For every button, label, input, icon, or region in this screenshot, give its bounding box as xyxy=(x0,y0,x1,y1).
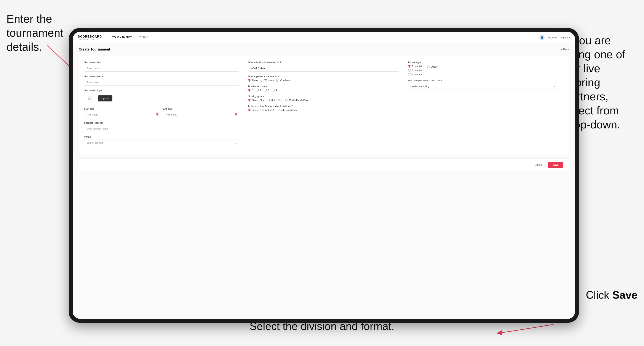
format-options-left: 5 count 4 6 count 4 6 count 5 xyxy=(408,65,422,76)
end-date-wrap: 📅 xyxy=(163,111,239,118)
division-label: Which division is the event for? xyxy=(248,61,399,64)
main-content: Create Tournament Back Tournament Host ⌄ xyxy=(73,43,575,319)
rounds-3[interactable]: 3 xyxy=(264,89,269,92)
select-arrow-icon: ⌄ xyxy=(556,85,558,88)
nav-links: TOURNAMENTS TEAMS xyxy=(109,35,152,40)
format-6count4[interactable]: 6 count 4 xyxy=(408,69,422,72)
end-date-label: End date xyxy=(163,108,239,110)
scoring-stroke[interactable]: Stroke Play xyxy=(248,99,264,101)
format-other[interactable]: Other xyxy=(427,65,437,68)
venue-label: Venue xyxy=(84,136,239,138)
format-5count4[interactable]: 5 count 4 xyxy=(408,65,422,68)
event-individuals[interactable]: Individuals Only xyxy=(277,109,298,111)
scoring-radio-group: Stroke Play Match Play Medal Match Play xyxy=(248,99,399,101)
live-scoring-label: Use third-party live scoring API? xyxy=(408,79,559,82)
host-group: Tournament Host ⌄ xyxy=(84,61,239,72)
sponsor-input[interactable] xyxy=(84,125,239,132)
division-arrow-icon: ⌄ xyxy=(396,67,398,70)
upload-button[interactable]: Upload xyxy=(98,95,112,101)
host-input-wrap: ⌄ xyxy=(84,65,239,72)
form-col-3: Format type 5 count 4 6 count 4 xyxy=(404,61,564,150)
rounds-label: Number of rounds xyxy=(248,85,399,88)
gender-combined[interactable]: Combined xyxy=(276,79,291,82)
end-date-input[interactable] xyxy=(163,111,239,118)
tournament-name-label: Tournament name xyxy=(84,75,239,78)
rounds-2[interactable]: 2 xyxy=(256,89,261,92)
logo-label: Tournament logo xyxy=(84,89,239,92)
logo-placeholder: 🖼 xyxy=(84,93,95,104)
venue-input-wrap: ⌄ xyxy=(84,139,239,146)
logo-upload-area: 🖼 Upload xyxy=(84,93,239,104)
scoring-match[interactable]: Match Play xyxy=(267,99,282,101)
format-type-group: Format type 5 count 4 6 count 4 xyxy=(408,61,559,76)
start-date-label: Start date xyxy=(84,108,160,110)
event-type-radio-group: Teams (+Individuals) Individuals Only xyxy=(248,109,399,111)
live-scoring-input[interactable] xyxy=(408,83,559,90)
start-date-input[interactable] xyxy=(84,111,160,118)
back-link[interactable]: Back xyxy=(561,48,569,51)
venue-search-icon: ⌄ xyxy=(236,141,238,144)
venue-input[interactable] xyxy=(84,139,239,146)
gender-womens[interactable]: Womens xyxy=(260,79,274,82)
tablet-screen: SCOREBOARD Powered by clippit TOURNAMENT… xyxy=(73,32,575,319)
start-date-group: Start date 📅 xyxy=(84,108,160,118)
page-header: Create Tournament Back xyxy=(79,47,569,51)
scoring-group: Scoring system Stroke Play Match Play xyxy=(248,95,399,101)
gender-mens[interactable]: Mens xyxy=(248,79,258,82)
save-button[interactable]: Save xyxy=(548,162,563,168)
format-6count5[interactable]: 6 count 5 xyxy=(408,73,422,76)
date-row: Start date 📅 End date 📅 xyxy=(84,108,239,118)
user-avatar: 👤 xyxy=(539,35,544,40)
event-teams[interactable]: Teams (+Individuals) xyxy=(248,109,274,111)
division-group: Which division is the event for? NCAA Di… xyxy=(248,61,399,72)
rounds-4[interactable]: 4 xyxy=(272,89,277,92)
nav-link-teams[interactable]: TEAMS xyxy=(136,35,152,40)
form-footer: Cancel Save xyxy=(79,159,569,171)
event-type-label: Is this event for Teams and/or Individua… xyxy=(248,105,399,108)
format-type-label: Format type xyxy=(408,61,559,64)
rounds-radio-group: 1 2 3 4 xyxy=(248,89,399,92)
live-scoring-select-wrap: ✕ ⌄ xyxy=(408,83,559,90)
gender-label: Which gender is the event for? xyxy=(248,75,399,78)
cancel-button[interactable]: Cancel xyxy=(531,162,546,168)
logo-group: Tournament logo 🖼 Upload xyxy=(84,89,239,104)
navbar: SCOREBOARD Powered by clippit TOURNAMENT… xyxy=(73,32,575,43)
start-date-wrap: 📅 xyxy=(84,111,160,118)
sponsor-group: Sponsor (optional) xyxy=(84,122,239,132)
dates-group: Start date 📅 End date 📅 xyxy=(84,108,239,118)
brand-sub: Powered by clippit xyxy=(78,38,102,40)
annotation-topleft: Enter the tournament details. xyxy=(6,12,67,54)
end-date-group: End date 📅 xyxy=(163,108,239,118)
rounds-group: Number of rounds 1 2 xyxy=(248,85,399,92)
user-name: Test User | xyxy=(547,36,558,39)
scoring-medal[interactable]: Medal Match Play xyxy=(285,99,308,101)
division-select[interactable]: NCAA Division I xyxy=(248,65,399,72)
format-options-row: 5 count 4 6 count 4 6 count 5 xyxy=(408,65,559,76)
annotation-bottomright: Click Save xyxy=(586,288,638,302)
tournament-name-input[interactable] xyxy=(84,79,239,86)
tournament-name-group: Tournament name xyxy=(84,75,239,86)
clear-icon[interactable]: ✕ xyxy=(553,85,555,88)
rounds-1[interactable]: 1 xyxy=(248,89,253,92)
gender-group: Which gender is the event for? Mens Wome… xyxy=(248,75,399,82)
gender-radio-group: Mens Womens Combined xyxy=(248,79,399,82)
search-icon: ⌄ xyxy=(236,67,238,70)
nav-link-tournaments[interactable]: TOURNAMENTS xyxy=(109,35,136,40)
tablet: SCOREBOARD Powered by clippit TOURNAMENT… xyxy=(69,28,579,323)
nav-right: 👤 Test User | Sign out xyxy=(539,35,570,40)
form-col-1: Tournament Host ⌄ Tournament name Tourna… xyxy=(84,61,244,150)
format-other-wrap: Other xyxy=(427,65,437,76)
host-input[interactable] xyxy=(84,65,239,72)
calendar-icon: 📅 xyxy=(156,113,159,116)
event-type-group: Is this event for Teams and/or Individua… xyxy=(248,105,399,111)
page-title: Create Tournament xyxy=(79,47,110,51)
brand-title: SCOREBOARD xyxy=(78,35,102,38)
venue-group: Venue ⌄ xyxy=(84,136,239,146)
form-container: Tournament Host ⌄ Tournament name Tourna… xyxy=(79,56,569,155)
brand: SCOREBOARD Powered by clippit xyxy=(78,35,102,40)
host-label: Tournament Host xyxy=(84,61,239,64)
calendar-icon-end: 📅 xyxy=(234,113,238,116)
live-scoring-group: Use third-party live scoring API? ✕ ⌄ xyxy=(408,79,559,90)
division-select-wrap: NCAA Division I ⌄ xyxy=(248,65,399,72)
signout-link[interactable]: Sign out xyxy=(561,36,570,39)
